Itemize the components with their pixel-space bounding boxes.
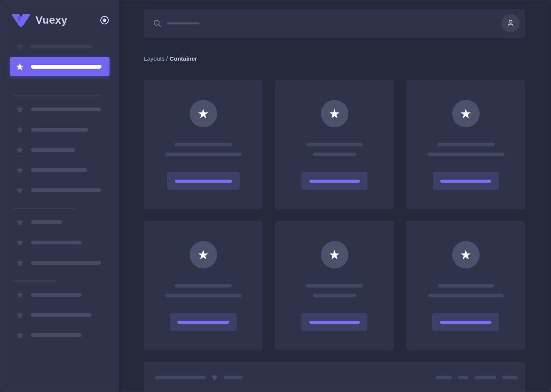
feature-card: ★ — [406, 221, 525, 350]
star-icon: ★ — [197, 248, 209, 261]
card-avatar: ★ — [452, 100, 480, 127]
logo-row: Vuexy — [11, 12, 110, 29]
star-icon: ★ — [329, 107, 340, 120]
skeleton-text — [31, 188, 101, 192]
skeleton-line — [165, 153, 242, 156]
card-avatar: ★ — [190, 241, 217, 268]
card-action-button[interactable] — [432, 313, 499, 331]
skeleton-line — [175, 143, 232, 146]
button-label-skeleton — [440, 321, 491, 324]
sidebar-item[interactable]: ★ — [0, 165, 119, 175]
skeleton-text — [31, 128, 88, 132]
button-label-skeleton — [309, 180, 360, 183]
star-icon: ★ — [14, 104, 25, 114]
skeleton-line — [165, 294, 242, 297]
breadcrumb-separator: / — [164, 55, 169, 62]
button-label-skeleton — [175, 180, 232, 183]
card-avatar: ★ — [190, 100, 217, 127]
skeleton-line — [306, 143, 363, 146]
skeleton-text — [31, 220, 62, 224]
feature-card: ★ — [275, 221, 394, 350]
person-icon — [506, 19, 515, 28]
star-icon: ★ — [14, 125, 25, 135]
feature-card: ★ — [275, 80, 394, 209]
star-icon: ★ — [14, 217, 25, 227]
skeleton-line — [437, 143, 495, 146]
card-action-button[interactable] — [301, 172, 367, 190]
app-window: Vuexy ★★★★★★★★★★★★★ Layouts / Contai — [0, 0, 551, 392]
card-action-button[interactable] — [170, 313, 237, 331]
sidebar-item[interactable]: ★ — [0, 185, 119, 195]
bottom-card: ♥ — [144, 362, 525, 392]
main-content: Layouts / Container ★★★★★★ ♥ — [119, 0, 551, 392]
user-avatar-button[interactable] — [501, 14, 520, 32]
search-bar[interactable] — [144, 9, 525, 38]
skeleton-text — [31, 241, 82, 244]
sidebar-item[interactable]: ★ — [0, 42, 119, 51]
heart-icon[interactable]: ♥ — [211, 373, 218, 383]
card-avatar: ★ — [452, 241, 480, 268]
button-label-skeleton — [177, 321, 229, 324]
star-icon: ★ — [14, 330, 25, 340]
card-avatar: ★ — [321, 100, 348, 127]
sidebar-item[interactable]: ★ — [0, 290, 119, 300]
sidebar-item[interactable]: ★ — [0, 145, 119, 155]
star-icon: ★ — [14, 145, 25, 155]
sidebar-item[interactable]: ★ — [0, 104, 119, 114]
sidebar-item[interactable]: ★ — [0, 310, 119, 320]
skeleton-line — [427, 153, 504, 156]
card-action-button[interactable] — [301, 313, 367, 331]
vuexy-v-icon — [11, 14, 31, 27]
sidebar-item[interactable]: ★ — [0, 258, 119, 268]
search-icon — [153, 19, 161, 27]
radio-circle-icon[interactable] — [100, 15, 110, 25]
skeleton-text — [31, 65, 102, 69]
footer-links — [436, 376, 518, 379]
skeleton-line — [428, 294, 504, 297]
sidebar-item-active[interactable]: ★ — [10, 57, 110, 76]
card-avatar: ★ — [321, 241, 348, 268]
sidebar-item[interactable]: ★ — [0, 217, 119, 227]
sidebar-item[interactable]: ★ — [0, 238, 119, 247]
skeleton-line — [175, 284, 232, 288]
skeleton-text — [31, 261, 101, 265]
sidebar-item[interactable]: ★ — [0, 125, 119, 135]
skeleton-line — [438, 284, 494, 288]
skeleton-text — [31, 108, 101, 111]
skeleton-text — [458, 376, 469, 379]
star-icon: ★ — [460, 248, 471, 261]
star-icon: ★ — [14, 290, 25, 300]
skeleton-text — [155, 376, 206, 379]
star-icon: ★ — [14, 238, 25, 247]
card-action-button[interactable] — [433, 172, 499, 190]
star-icon: ★ — [14, 258, 25, 268]
skeleton-text — [436, 376, 452, 379]
nav-section-label-skeleton — [13, 280, 56, 282]
star-icon: ★ — [197, 107, 209, 120]
app-logo-text: Vuexy — [35, 14, 67, 26]
feature-card: ★ — [406, 80, 525, 209]
star-icon: ★ — [329, 248, 340, 261]
sidebar-nav: ★★★★★★★★★★★★★ — [0, 42, 119, 340]
skeleton-text — [31, 313, 92, 317]
button-label-skeleton — [309, 321, 360, 324]
feature-card: ★ — [144, 221, 263, 350]
skeleton-line — [313, 153, 356, 156]
breadcrumb-parent[interactable]: Layouts — [144, 55, 164, 62]
star-icon: ★ — [14, 62, 25, 72]
nav-section-label-skeleton — [13, 208, 75, 209]
skeleton-text — [31, 293, 82, 297]
card-action-button[interactable] — [167, 172, 240, 190]
button-label-skeleton — [440, 180, 491, 183]
skeleton-line — [313, 294, 356, 297]
sidebar-item[interactable]: ★ — [0, 330, 119, 340]
breadcrumb-current: Container — [169, 55, 197, 62]
star-icon: ★ — [460, 107, 471, 120]
skeleton-text — [224, 376, 243, 379]
skeleton-text — [475, 376, 496, 379]
skeleton-text — [31, 148, 75, 152]
star-icon: ★ — [14, 185, 25, 195]
skeleton-text — [31, 333, 82, 337]
skeleton-line — [306, 284, 363, 288]
skeleton-text — [31, 45, 92, 48]
